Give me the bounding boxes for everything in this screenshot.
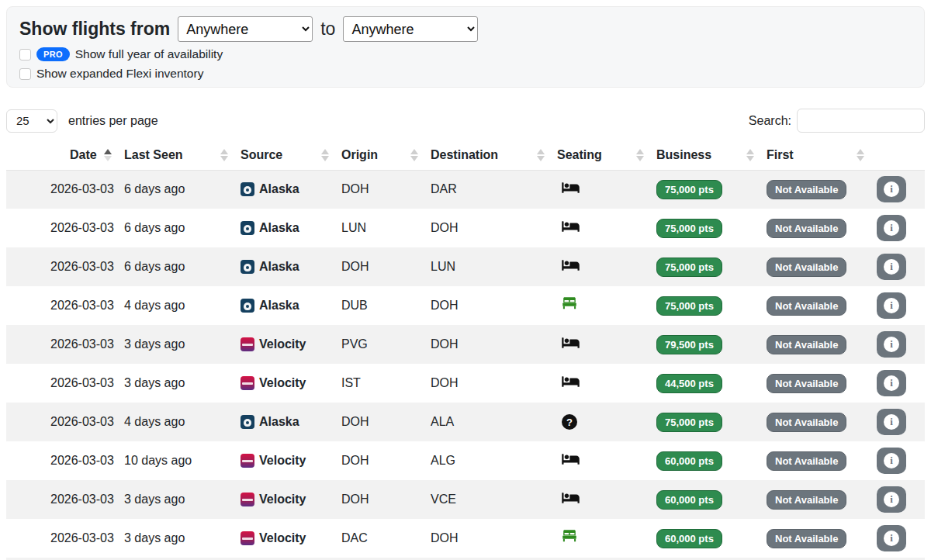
date-cell: 2026-03-03 <box>6 519 124 558</box>
flights-table: Date Last Seen Source Origin Des <box>6 141 925 558</box>
info-button[interactable]: i <box>877 370 906 396</box>
info-button[interactable]: i <box>877 254 906 280</box>
business-points-badge: 44,500 pts <box>656 374 722 393</box>
velocity-logo-icon <box>241 531 254 545</box>
origin-cell: LUN <box>341 209 431 247</box>
source-name: Alaska <box>259 182 299 196</box>
column-header-label: Destination <box>431 148 498 162</box>
destination-cell: DOH <box>431 325 557 364</box>
info-icon: i <box>884 531 899 546</box>
table-row: 2026-03-03 4 days ago Alaska DUB DOH <box>6 286 925 325</box>
table-row: 2026-03-03 6 days ago Alaska LUN DOH <box>6 209 925 247</box>
column-header[interactable]: Origin <box>341 141 431 170</box>
full-year-label: Show full year of availability <box>75 47 223 61</box>
entries-per-page-label: entries per page <box>68 114 158 128</box>
alaska-logo-icon <box>241 299 254 313</box>
first-availability-badge: Not Available <box>767 296 846 316</box>
date-cell: 2026-03-03 <box>6 325 124 364</box>
flexi-checkbox[interactable] <box>19 68 31 80</box>
info-button[interactable]: i <box>877 215 906 241</box>
page-size-select[interactable]: 25 <box>6 109 57 133</box>
column-header-label: Source <box>241 148 282 162</box>
last-seen-cell: 3 days ago <box>124 519 241 558</box>
column-header[interactable]: Date <box>6 141 124 170</box>
date-cell: 2026-03-03 <box>6 247 124 286</box>
info-icon: i <box>884 181 899 197</box>
sort-icon <box>321 149 329 161</box>
business-points-badge: 75,000 pts <box>656 258 722 277</box>
business-points-badge: 60,000 pts <box>656 451 722 471</box>
info-button[interactable]: i <box>877 331 906 358</box>
first-availability-badge: Not Available <box>767 490 846 510</box>
info-button[interactable]: i <box>877 486 906 513</box>
sort-icon <box>857 149 864 161</box>
seating-icon: ? <box>562 529 577 544</box>
lie-flat-bed-icon <box>562 296 577 312</box>
first-availability-badge: Not Available <box>767 451 846 471</box>
search-input[interactable] <box>797 109 925 133</box>
business-points-badge: 60,000 pts <box>656 529 722 548</box>
info-button[interactable]: i <box>877 448 906 474</box>
velocity-logo-icon <box>241 376 254 390</box>
filter-title: Show flights from <box>19 19 170 40</box>
last-seen-cell: 6 days ago <box>124 170 241 209</box>
business-points-badge: 75,000 pts <box>656 296 722 316</box>
column-header[interactable]: Last Seen <box>124 141 241 170</box>
column-header[interactable]: First <box>767 141 877 170</box>
business-points-badge: 75,000 pts <box>656 413 722 432</box>
alaska-logo-icon <box>241 415 254 429</box>
pro-badge: PRO <box>36 47 70 61</box>
unknown-seating-icon: ? <box>562 414 577 430</box>
full-year-checkbox[interactable] <box>19 49 31 60</box>
table-row: 2026-03-03 6 days ago Alaska DOH LUN <box>6 247 925 286</box>
table-row: 2026-03-03 3 days ago Velocity IST DOH <box>6 364 925 403</box>
origin-cell: DUB <box>341 286 431 325</box>
info-icon: i <box>884 492 899 507</box>
source-name: Alaska <box>259 221 299 235</box>
origin-cell: DAC <box>341 519 431 558</box>
first-availability-badge: Not Available <box>767 335 846 354</box>
info-button[interactable]: i <box>877 409 906 435</box>
origin-cell: DOH <box>341 170 431 209</box>
alaska-logo-icon <box>241 260 254 274</box>
info-button[interactable]: i <box>877 292 906 319</box>
column-header[interactable]: Seating <box>557 141 656 170</box>
column-header[interactable]: Destination <box>431 141 557 170</box>
info-button[interactable]: i <box>877 176 906 202</box>
destination-cell: ALA <box>431 403 557 441</box>
table-row: 2026-03-03 10 days ago Velocity DOH ALG <box>6 441 925 480</box>
last-seen-cell: 6 days ago <box>124 247 241 286</box>
alaska-logo-icon <box>241 221 254 235</box>
first-availability-badge: Not Available <box>767 529 846 548</box>
info-icon: i <box>884 259 899 275</box>
source-name: Alaska <box>259 299 299 313</box>
from-airport-select[interactable]: Anywhere <box>178 16 313 42</box>
date-cell: 2026-03-03 <box>6 286 124 325</box>
table-row: 2026-03-03 3 days ago Velocity DOH VCE <box>6 480 925 519</box>
info-icon: i <box>884 453 899 468</box>
table-row: 2026-03-03 6 days ago Alaska DOH DAR <box>6 170 925 209</box>
column-header-label: Date <box>70 148 97 162</box>
bed-icon <box>562 181 580 195</box>
source-name: Velocity <box>259 531 306 545</box>
destination-cell: DOH <box>431 364 557 403</box>
column-header <box>877 141 925 170</box>
bed-icon <box>562 220 580 233</box>
last-seen-cell: 3 days ago <box>124 480 241 519</box>
source-name: Velocity <box>259 376 306 390</box>
column-header[interactable]: Source <box>241 141 341 170</box>
column-header-label: Seating <box>557 148 602 162</box>
column-header-label: First <box>767 148 794 162</box>
business-points-badge: 75,000 pts <box>656 180 722 199</box>
seating-icon: ? <box>562 296 577 312</box>
bed-icon <box>562 452 580 466</box>
lie-flat-bed-icon <box>562 529 577 544</box>
column-header[interactable]: Business <box>656 141 767 170</box>
to-airport-select[interactable]: Anywhere <box>343 16 478 42</box>
first-availability-badge: Not Available <box>767 180 846 199</box>
bed-icon <box>562 258 580 272</box>
destination-cell: DOH <box>431 286 557 325</box>
alaska-logo-icon <box>241 182 254 196</box>
info-button[interactable]: i <box>877 525 906 551</box>
sort-icon <box>104 149 112 161</box>
